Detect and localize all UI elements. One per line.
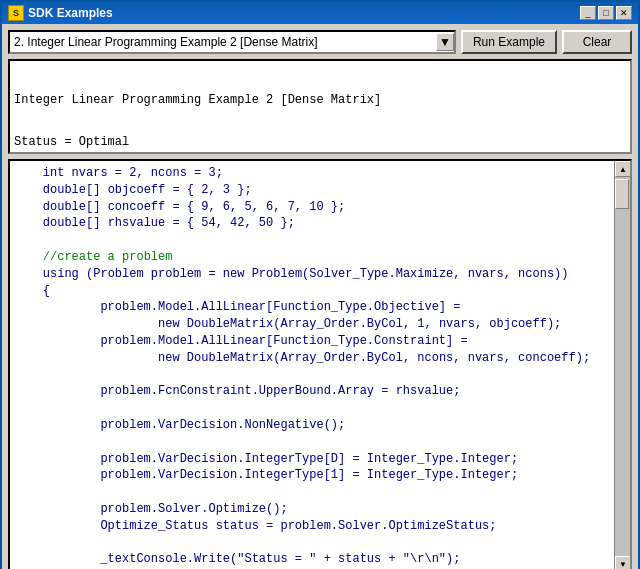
title-buttons: _ □ ✕ (580, 6, 632, 20)
output-line-2: Status = Optimal (14, 135, 626, 149)
minimize-button[interactable]: _ (580, 6, 596, 20)
close-button[interactable]: ✕ (616, 6, 632, 20)
example-dropdown[interactable]: 2. Integer Linear Programming Example 2 … (8, 30, 456, 54)
output-line-1: Integer Linear Programming Example 2 [De… (14, 93, 626, 107)
dropdown-container: 2. Integer Linear Programming Example 2 … (8, 30, 456, 54)
output-panel: Integer Linear Programming Example 2 [De… (8, 59, 632, 154)
code-content: int nvars = 2, ncons = 3; double[] objco… (14, 165, 610, 568)
app-icon: S (8, 5, 24, 21)
toolbar: 2. Integer Linear Programming Example 2 … (8, 30, 632, 54)
scroll-up-button[interactable]: ▲ (615, 161, 631, 177)
run-example-button[interactable]: Run Example (461, 30, 557, 54)
maximize-button[interactable]: □ (598, 6, 614, 20)
title-bar-left: S SDK Examples (8, 5, 113, 21)
clear-button[interactable]: Clear (562, 30, 632, 54)
scroll-down-button[interactable]: ▼ (615, 556, 631, 569)
window-title: SDK Examples (28, 6, 113, 20)
vertical-scrollbar[interactable]: ▲ ▼ (614, 161, 630, 569)
main-content: 2. Integer Linear Programming Example 2 … (2, 24, 638, 569)
scroll-track-vertical[interactable] (615, 177, 630, 556)
code-panel: int nvars = 2, ncons = 3; double[] objco… (8, 159, 632, 569)
code-scroll-area[interactable]: int nvars = 2, ncons = 3; double[] objco… (10, 161, 614, 569)
main-window: S SDK Examples _ □ ✕ 2. Integer Linear P… (0, 0, 640, 569)
title-bar: S SDK Examples _ □ ✕ (2, 2, 638, 24)
scroll-thumb-vertical[interactable] (615, 179, 629, 209)
